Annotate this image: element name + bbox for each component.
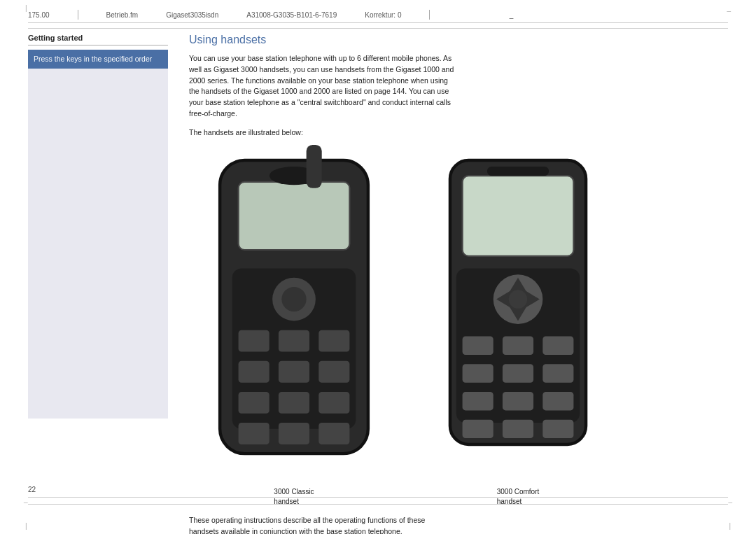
svg-rect-38 — [463, 419, 493, 437]
svg-point-5 — [281, 286, 306, 311]
handsets-caption: The handsets are illustrated below: — [189, 128, 714, 136]
tick-top-left: | — [25, 4, 27, 12]
main-layout: Getting started Press the keys in the sp… — [28, 31, 728, 495]
svg-rect-34 — [542, 364, 573, 382]
svg-rect-13 — [279, 391, 309, 413]
svg-rect-10 — [279, 360, 309, 382]
page-number: 22 — [28, 486, 36, 493]
using-handsets-body: You can use your base station telephone … — [189, 53, 455, 120]
phone-classic-label1: 3000 Classic — [274, 488, 314, 496]
header-docid: A31008-G3035-B101-6-7619 — [246, 11, 337, 19]
tick-top-right: _ — [727, 4, 731, 12]
section-title: Getting started — [28, 31, 168, 45]
svg-rect-14 — [318, 391, 349, 413]
content-area: Using handsets You can use your base sta… — [168, 31, 728, 495]
header-file: Betrieb.fm — [106, 11, 139, 19]
header-divider-1 — [78, 10, 78, 20]
using-handsets-heading: Using handsets — [189, 34, 714, 46]
phone-comfort-item: 3000 Comfort handset — [413, 145, 623, 507]
svg-rect-9 — [239, 360, 270, 382]
header-correction: Korrektur: 0 — [365, 11, 401, 19]
header-bar: 175.00 Betrieb.fm Gigaset3035isdn A31008… — [0, 6, 756, 24]
header-divider-2 — [429, 10, 430, 20]
svg-rect-32 — [463, 364, 493, 382]
header-dash: _ — [510, 11, 514, 19]
svg-rect-8 — [318, 330, 349, 351]
phones-container: 3000 Classic handset — [189, 145, 714, 507]
footer-line-top2 — [28, 497, 728, 498]
footer-tick-bl: _ — [24, 496, 28, 503]
phone-classic-item: 3000 Classic handset — [189, 145, 399, 507]
svg-rect-37 — [542, 391, 573, 409]
svg-rect-21 — [487, 166, 549, 175]
using-handsets-description: These operating instructions describe al… — [189, 515, 455, 534]
svg-rect-20 — [463, 176, 574, 256]
phone-classic-image — [189, 145, 399, 484]
svg-rect-30 — [503, 336, 533, 354]
svg-rect-18 — [307, 145, 322, 188]
svg-rect-29 — [463, 336, 493, 354]
top-line-1 — [28, 22, 728, 23]
svg-rect-33 — [503, 364, 533, 382]
header-spacer — [458, 11, 481, 19]
svg-rect-39 — [503, 419, 533, 437]
sidebar-body — [28, 69, 168, 419]
svg-rect-17 — [318, 423, 349, 444]
header-product: Gigaset3035isdn — [166, 11, 218, 19]
svg-rect-7 — [279, 330, 309, 351]
svg-rect-40 — [542, 419, 573, 437]
tick-bottom-left: | — [25, 522, 27, 530]
svg-rect-31 — [542, 336, 573, 354]
tick-bottom-right: | — [729, 522, 731, 530]
svg-rect-6 — [239, 330, 270, 351]
phone-comfort-image — [413, 145, 623, 484]
svg-rect-36 — [503, 391, 533, 409]
svg-rect-15 — [239, 423, 270, 444]
sidebar: Getting started Press the keys in the sp… — [28, 31, 168, 495]
svg-rect-11 — [318, 360, 349, 382]
svg-rect-16 — [279, 423, 309, 444]
svg-rect-1 — [239, 181, 350, 249]
footer-tick-br: _ — [728, 496, 732, 503]
header-page-num: 175.00 — [28, 11, 50, 19]
svg-rect-35 — [463, 391, 493, 409]
footer-line-top — [28, 504, 728, 505]
phone-comfort-label1: 3000 Comfort — [497, 488, 540, 496]
top-line-2 — [28, 28, 728, 29]
sidebar-highlight: Press the keys in the specified order — [28, 50, 168, 69]
svg-rect-12 — [239, 391, 270, 413]
svg-point-28 — [509, 290, 527, 308]
